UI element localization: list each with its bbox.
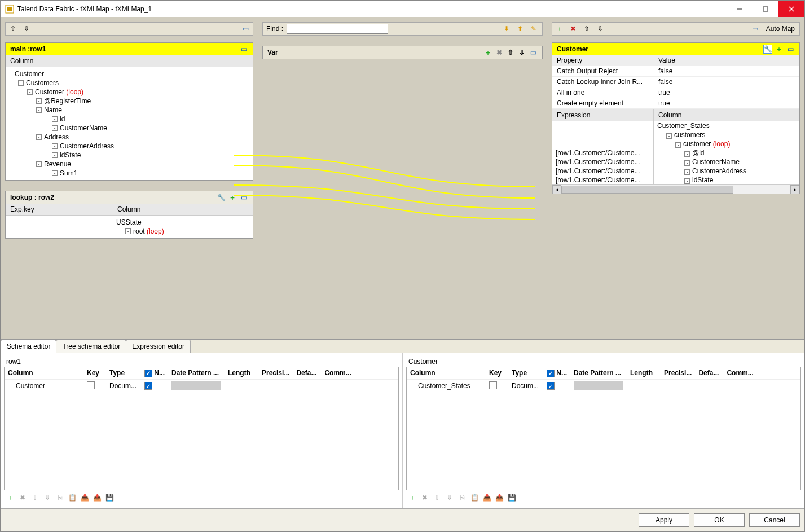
property-row[interactable]: All in onetrue: [552, 87, 799, 98]
collapse-icon[interactable]: -: [52, 116, 58, 122]
tree-item[interactable]: -Revenue: [6, 160, 253, 169]
tree-item[interactable]: -Customer (loop): [6, 87, 253, 96]
window-icon[interactable]: ▭: [239, 193, 248, 202]
table-row[interactable]: Customer Docum... ✓: [5, 379, 398, 393]
tree-item[interactable]: -id: [6, 115, 253, 124]
collapse-icon[interactable]: -: [18, 80, 24, 86]
apply-button[interactable]: Apply: [639, 513, 689, 527]
collapse-icon[interactable]: -: [27, 89, 33, 95]
key-checkbox[interactable]: [87, 381, 95, 389]
cancel-button[interactable]: Cancel: [749, 513, 800, 527]
collapse-icon[interactable]: -: [36, 98, 42, 104]
tree-item[interactable]: [row1.Customer:/Custome...-CustomerAddre…: [552, 166, 799, 175]
property-row[interactable]: Create empty elementtrue: [552, 98, 799, 109]
nullable-checkbox[interactable]: ✓: [547, 382, 555, 390]
find-next-icon[interactable]: ⬇: [502, 24, 512, 34]
table-row[interactable]: Customer_States Docum... ✓: [407, 379, 800, 393]
highlight-icon[interactable]: ✎: [529, 24, 539, 34]
horizontal-scrollbar[interactable]: ◂ ▸: [552, 184, 799, 194]
minimize-panels-icon[interactable]: ▭: [240, 24, 250, 34]
tree-item[interactable]: -Customers: [6, 78, 253, 87]
tree-item[interactable]: -root (loop): [113, 227, 253, 236]
find-input[interactable]: [287, 24, 388, 34]
tree-item[interactable]: -customer (loop): [552, 139, 799, 148]
move-down-icon[interactable]: ⇩: [42, 493, 52, 503]
tree-item[interactable]: [row1.Customer:/Custome...-@id: [552, 148, 799, 157]
tab-tree-schema-editor[interactable]: Tree schema editor: [56, 340, 126, 353]
window-icon[interactable]: ▭: [750, 24, 760, 34]
tree-item[interactable]: -customers: [552, 130, 799, 139]
move-up-icon[interactable]: ⇧: [582, 24, 592, 34]
wrench-icon[interactable]: 🔧: [217, 193, 226, 202]
copy-icon[interactable]: ⎘: [55, 493, 65, 503]
paste-icon[interactable]: 📋: [67, 493, 77, 503]
move-down-icon[interactable]: ⇩: [517, 48, 526, 57]
date-pattern-cell[interactable]: [574, 381, 623, 390]
copy-icon[interactable]: ⎘: [457, 493, 467, 503]
add-icon[interactable]: ＋: [555, 24, 565, 34]
export-icon[interactable]: 📤: [494, 493, 504, 503]
delete-icon[interactable]: ✖: [568, 24, 578, 34]
export-icon[interactable]: 📤: [92, 493, 102, 503]
collapse-icon[interactable]: -: [36, 107, 42, 113]
tree-root[interactable]: Customer: [6, 69, 253, 78]
tree-item[interactable]: -CustomerName: [6, 124, 253, 133]
collapse-icon[interactable]: -: [52, 170, 58, 176]
tree-item[interactable]: -@RegisterTime: [6, 96, 253, 105]
property-row[interactable]: Catch Lookup Inner Join R...false: [552, 77, 799, 87]
move-up-icon[interactable]: ⇧: [432, 493, 442, 503]
collapse-icon[interactable]: -: [52, 125, 58, 131]
tree-root[interactable]: USState: [113, 218, 253, 227]
auto-map-button[interactable]: Auto Map: [764, 25, 797, 33]
tree-item[interactable]: -idState: [6, 151, 253, 160]
ok-button[interactable]: OK: [694, 513, 745, 527]
tree-item[interactable]: -CustomerAddress: [6, 142, 253, 151]
add-icon[interactable]: ＋: [775, 45, 784, 54]
window-icon[interactable]: ▭: [239, 45, 248, 54]
nullable-checkbox[interactable]: ✓: [144, 382, 152, 390]
save-icon[interactable]: 💾: [507, 493, 517, 503]
tab-expression-editor[interactable]: Expression editor: [126, 340, 191, 353]
close-button[interactable]: [778, 1, 804, 17]
add-icon[interactable]: ＋: [483, 48, 492, 57]
checkbox-header-icon[interactable]: ✓: [144, 370, 152, 377]
delete-icon[interactable]: ✖: [17, 493, 28, 503]
collapse-icon[interactable]: -: [125, 228, 131, 234]
minimize-button[interactable]: [727, 1, 753, 17]
tree-item[interactable]: -Address: [6, 133, 253, 142]
paste-icon[interactable]: 📋: [469, 493, 480, 503]
tree-item[interactable]: -Name: [6, 105, 253, 115]
property-row[interactable]: Catch Output Rejectfalse: [552, 66, 799, 77]
maximize-button[interactable]: [753, 1, 778, 17]
date-pattern-cell[interactable]: [171, 381, 221, 390]
tree-item[interactable]: [row1.Customer:/Custome...-CustomerName: [552, 157, 799, 166]
schema-left-grid[interactable]: Column Key Type ✓ N... Date Pattern ... …: [4, 367, 399, 490]
save-icon[interactable]: 💾: [104, 493, 115, 503]
move-down-icon[interactable]: ⇩: [21, 24, 32, 34]
window-icon[interactable]: ▭: [529, 48, 538, 57]
find-prev-icon[interactable]: ⬆: [515, 24, 525, 34]
window-icon[interactable]: ▭: [786, 45, 795, 54]
wrench-icon[interactable]: 🔧: [763, 45, 772, 54]
add-icon[interactable]: ＋: [407, 493, 417, 503]
import-icon[interactable]: 📥: [482, 493, 492, 503]
checkbox-header-icon[interactable]: ✓: [547, 370, 555, 377]
add-icon[interactable]: ＋: [5, 493, 15, 503]
schema-right-grid[interactable]: Column Key Type ✓ N... Date Pattern ... …: [406, 367, 801, 490]
collapse-icon[interactable]: -: [52, 152, 58, 158]
move-up-icon[interactable]: ⇧: [506, 48, 515, 57]
add-icon[interactable]: ＋: [228, 193, 237, 202]
collapse-icon[interactable]: -: [52, 143, 58, 149]
move-up-icon[interactable]: ⇧: [8, 24, 18, 34]
import-icon[interactable]: 📥: [80, 493, 90, 503]
collapse-icon[interactable]: -: [36, 134, 42, 140]
move-up-icon[interactable]: ⇧: [30, 493, 40, 503]
tree-item[interactable]: Customer_States: [552, 121, 799, 130]
move-down-icon[interactable]: ⇩: [595, 24, 605, 34]
delete-icon[interactable]: ✖: [420, 493, 430, 503]
tree-item[interactable]: [row1.Customer:/Custome...-idState: [552, 175, 799, 184]
delete-icon[interactable]: ✖: [495, 48, 504, 57]
collapse-icon[interactable]: -: [36, 161, 42, 167]
move-down-icon[interactable]: ⇩: [445, 493, 455, 503]
tab-schema-editor[interactable]: Schema editor: [1, 340, 56, 353]
